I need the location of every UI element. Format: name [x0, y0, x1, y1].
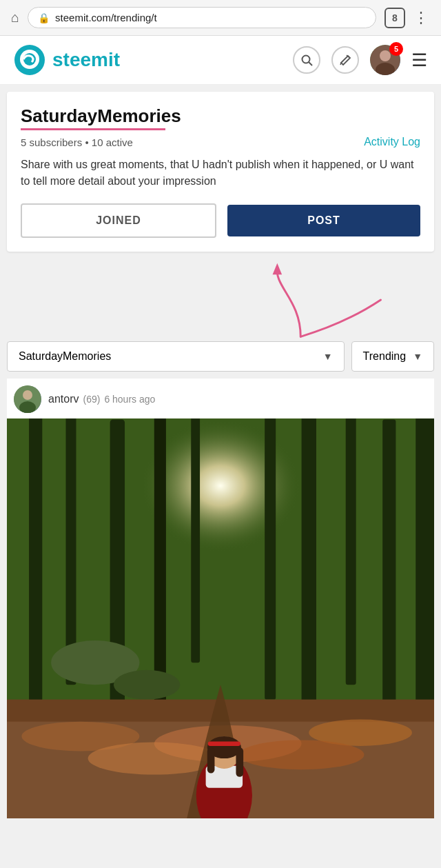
filter-bar: SaturdayMemories ▼ Trending ▼: [7, 341, 434, 372]
notification-badge: 5: [389, 42, 403, 56]
search-icon: [300, 54, 313, 66]
post-item: antorv (69) 6 hours ago: [7, 379, 434, 818]
svg-point-28: [114, 670, 180, 700]
arrow-annotation: [7, 259, 434, 341]
tab-count[interactable]: 8: [384, 8, 405, 28]
post-author-info: antorv (69) 6 hours ago: [48, 393, 155, 405]
post-reputation: (69): [83, 394, 100, 405]
svg-line-5: [340, 63, 341, 65]
post-image[interactable]: [7, 418, 434, 818]
logo-text: steemit: [52, 49, 120, 71]
lock-icon: 🔒: [38, 12, 50, 23]
sort-filter[interactable]: Trending ▼: [351, 341, 434, 372]
post-header: antorv (69) 6 hours ago: [7, 379, 434, 418]
browser-chrome: ⌂ 🔒 steemit.com/trending/t 8 ⋮: [0, 0, 441, 36]
sort-filter-chevron: ▼: [413, 351, 422, 362]
community-filter-label: SaturdayMemories: [19, 350, 111, 363]
svg-rect-26: [416, 418, 434, 736]
subscribers-text: 5 subscribers: [21, 137, 82, 148]
svg-rect-22: [265, 418, 276, 700]
post-author-avatar[interactable]: [14, 385, 41, 413]
active-text: 10 active: [92, 137, 133, 148]
forest-scene-svg: [7, 418, 434, 818]
joined-button[interactable]: JOINED: [21, 203, 216, 238]
post-button[interactable]: POST: [227, 205, 420, 236]
avatar-wrap[interactable]: 5: [370, 45, 400, 75]
separator: •: [85, 137, 91, 148]
steemit-logo-icon: [14, 44, 45, 76]
svg-marker-10: [273, 263, 283, 274]
post-time: 6 hours ago: [104, 394, 155, 405]
logo-area: steemit: [14, 44, 120, 76]
sort-filter-label: Trending: [363, 350, 407, 363]
svg-rect-17: [29, 418, 42, 714]
community-filter[interactable]: SaturdayMemories ▼: [7, 341, 345, 372]
hamburger-menu-icon[interactable]: ☰: [411, 50, 427, 71]
community-card: SaturdayMemories 5 subscribers • 10 acti…: [7, 92, 434, 252]
svg-line-4: [309, 62, 312, 65]
edit-button[interactable]: [331, 46, 359, 74]
svg-rect-21: [191, 418, 200, 663]
activity-log-link[interactable]: Activity Log: [364, 136, 420, 148]
svg-rect-23: [302, 418, 316, 722]
address-bar[interactable]: 🔒 steemit.com/trending/t: [28, 7, 376, 28]
svg-rect-25: [382, 419, 396, 714]
header-icons: 5 ☰: [293, 45, 427, 75]
app-header: steemit 5 ☰: [0, 36, 441, 85]
search-button[interactable]: [293, 46, 320, 74]
svg-point-12: [23, 390, 32, 400]
arrow-svg: [7, 259, 434, 341]
svg-rect-42: [208, 742, 240, 746]
edit-icon: [339, 54, 351, 66]
svg-point-8: [380, 50, 391, 61]
svg-rect-40: [207, 747, 215, 773]
action-buttons: JOINED POST: [21, 203, 420, 238]
title-underline: [21, 128, 165, 130]
svg-point-3: [302, 56, 310, 63]
browser-menu-icon[interactable]: ⋮: [413, 9, 430, 27]
community-meta: 5 subscribers • 10 active Activity Log: [21, 136, 420, 148]
svg-rect-41: [236, 747, 243, 777]
community-title: SaturdayMemories: [21, 105, 420, 127]
svg-rect-24: [346, 418, 356, 685]
home-icon[interactable]: ⌂: [11, 10, 19, 26]
community-stats: 5 subscribers • 10 active: [21, 137, 133, 148]
post-avatar-image: [14, 385, 41, 413]
community-filter-chevron: ▼: [323, 351, 333, 362]
community-description: Share with us great moments, that U hadn…: [21, 157, 420, 190]
svg-point-35: [239, 740, 365, 769]
address-text: steemit.com/trending/t: [55, 12, 157, 23]
post-author-name[interactable]: antorv: [48, 393, 79, 405]
